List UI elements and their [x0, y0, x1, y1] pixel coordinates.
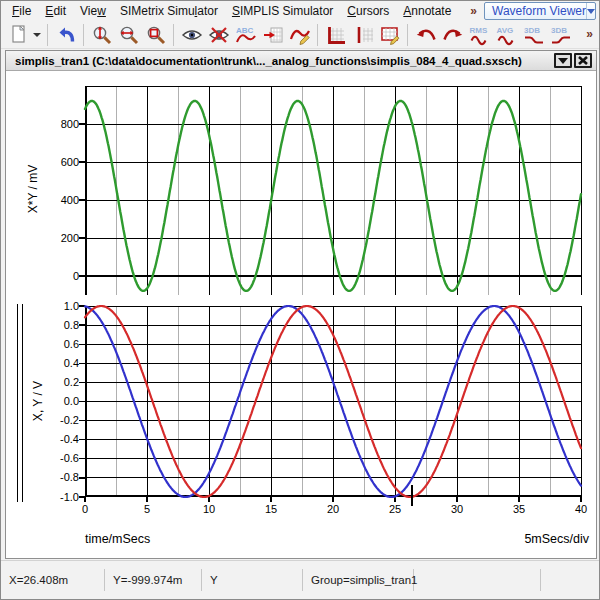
x-tick-label: 5: [132, 503, 162, 516]
zoom-fit-horizontal-button[interactable]: [115, 22, 142, 48]
menu-item-annotate[interactable]: Annotate: [396, 2, 458, 20]
toolbar-separator: [407, 24, 408, 46]
toolbar-separator: [173, 24, 174, 46]
new-file-button[interactable]: [5, 22, 43, 48]
edit-grid-button[interactable]: [376, 22, 403, 48]
previous-curve-button[interactable]: [412, 22, 439, 48]
top-plot-ylabel: X*Y / mV: [26, 165, 40, 213]
x-tick-label: 10: [194, 503, 224, 516]
add-axis-button[interactable]: [322, 22, 349, 48]
status-field-4: [414, 569, 541, 591]
status-field-0: X=26.408m: [1, 569, 105, 591]
menu-item-simetrix-simulator[interactable]: SIMetrix Simulator: [113, 2, 225, 20]
undo-button[interactable]: [52, 22, 79, 48]
rms-measure-button[interactable]: RMS: [466, 22, 493, 48]
svg-text:AVG: AVG: [496, 26, 513, 35]
menu-item-view[interactable]: View: [73, 2, 113, 20]
add-axis-icon: [325, 24, 347, 46]
zoom-fit-vertical-icon: [91, 24, 113, 46]
y-tick-label: 0.8: [45, 319, 79, 332]
x-tick-label: 40: [566, 503, 596, 516]
y-tick-label: -0.6: [45, 452, 79, 465]
x-tick-label: 25: [380, 503, 410, 516]
y-tick-label: -0.2: [45, 414, 79, 427]
chevron-down-icon[interactable]: [33, 33, 41, 37]
label-curve-icon: ABC: [235, 24, 257, 46]
svg-text:ABC: ABC: [236, 26, 254, 35]
zoom-rectangle-icon: [145, 24, 167, 46]
toolbar: ABCRMSAVG3DB3DB »: [1, 21, 599, 49]
bottom-plot-ylabel: X, Y / V: [31, 381, 45, 421]
show-curve-button[interactable]: [178, 22, 205, 48]
y-tick-label: 1.0: [45, 300, 79, 313]
y-tick-label: -0.8: [45, 471, 79, 484]
status-field-1: Y=-999.974m: [105, 569, 202, 591]
y-tick-label: 600: [45, 156, 79, 169]
window-close-button[interactable]: [574, 53, 592, 68]
zoom-fit-vertical-button[interactable]: [88, 22, 115, 48]
menu-item-edit[interactable]: Edit: [38, 2, 73, 20]
move-curve-button[interactable]: [259, 22, 286, 48]
3db-point-rising-icon: 3DB: [550, 24, 572, 46]
menu-overflow-chevron-icon[interactable]: »: [470, 4, 477, 18]
menu-bar: FileEditViewSIMetrix SimulatorSIMPLIS Si…: [1, 1, 599, 21]
bottom-plot-area[interactable]: [85, 306, 581, 497]
toolbar-separator: [47, 24, 48, 46]
status-field-5: [541, 569, 599, 591]
edit-curve-icon: [289, 24, 311, 46]
toolbar-separator: [317, 24, 318, 46]
close-icon: [578, 56, 588, 65]
avg-measure-button[interactable]: AVG: [493, 22, 520, 48]
show-curve-icon: [181, 24, 203, 46]
edit-grid-icon: [379, 24, 401, 46]
toolbar-icons: ABCRMSAVG3DB3DB: [5, 22, 574, 48]
y-tick-label: 0.0: [45, 395, 79, 408]
svg-text:RMS: RMS: [469, 26, 487, 35]
viewer-selector-value: Waveform Viewer: [485, 4, 586, 18]
window-restore-button[interactable]: [554, 53, 572, 68]
3db-point-falling-button[interactable]: 3DB: [520, 22, 547, 48]
selected-axis-indicator-bars[interactable]: [17, 304, 23, 502]
application-window: FileEditViewSIMetrix SimulatorSIMPLIS Si…: [0, 0, 600, 600]
waveform-canvas[interactable]: X*Y / mV 8006004002000 X, Y / V 1.00.80.…: [6, 71, 596, 558]
status-field-2: Y: [202, 569, 303, 591]
new-file-icon: [8, 24, 30, 46]
x-axis-unit-label: time/mSecs: [85, 532, 150, 546]
rms-measure-icon: RMS: [469, 24, 491, 46]
waveform-window-titlebar[interactable]: simplis_tran1 (C:\data\documentation\tru…: [6, 51, 596, 71]
combo-dropdown-arrow[interactable]: [586, 3, 595, 19]
add-grid-icon: [352, 24, 374, 46]
status-field-3: Group=simplis_tran1: [303, 569, 414, 591]
zoom-rectangle-button[interactable]: [142, 22, 169, 48]
3db-point-rising-button[interactable]: 3DB: [547, 22, 574, 48]
edit-curve-button[interactable]: [286, 22, 313, 48]
top-plot-area[interactable]: [85, 86, 581, 295]
viewer-selector-combo[interactable]: Waveform Viewer: [484, 2, 596, 20]
svg-text:3DB: 3DB: [551, 26, 567, 35]
next-curve-button[interactable]: [439, 22, 466, 48]
label-curve-button[interactable]: ABC: [232, 22, 259, 48]
toolbar-overflow-chevron-icon[interactable]: »: [586, 27, 593, 41]
waveform-window: simplis_tran1 (C:\data\documentation\tru…: [5, 50, 597, 559]
menu-item-cursors[interactable]: Cursors: [340, 2, 396, 20]
avg-measure-icon: AVG: [496, 24, 518, 46]
x-tick-label: 0: [70, 503, 100, 516]
y-tick-label: 0: [45, 270, 79, 283]
zoom-fit-horizontal-icon: [118, 24, 140, 46]
chevron-down-icon: [587, 9, 595, 14]
waveform-window-title: simplis_tran1 (C:\data\documentation\tru…: [6, 55, 554, 67]
hide-curve-button[interactable]: [205, 22, 232, 48]
hide-curve-icon: [208, 24, 230, 46]
add-grid-button[interactable]: [349, 22, 376, 48]
menu-item-simplis-simulator[interactable]: SIMPLIS Simulator: [225, 2, 340, 20]
undo-icon: [55, 24, 77, 46]
y-tick-label: 800: [45, 118, 79, 131]
svg-text:3DB: 3DB: [524, 26, 540, 35]
status-bar: X=26.408mY=-999.974mYGroup=simplis_tran1: [1, 560, 599, 599]
next-curve-icon: [442, 24, 464, 46]
measurement-cursor[interactable]: [411, 485, 413, 506]
y-tick-label: -1.0: [45, 491, 79, 504]
3db-point-falling-icon: 3DB: [523, 24, 545, 46]
menu-item-file[interactable]: File: [5, 2, 38, 20]
y-tick-label: 0.2: [45, 376, 79, 389]
